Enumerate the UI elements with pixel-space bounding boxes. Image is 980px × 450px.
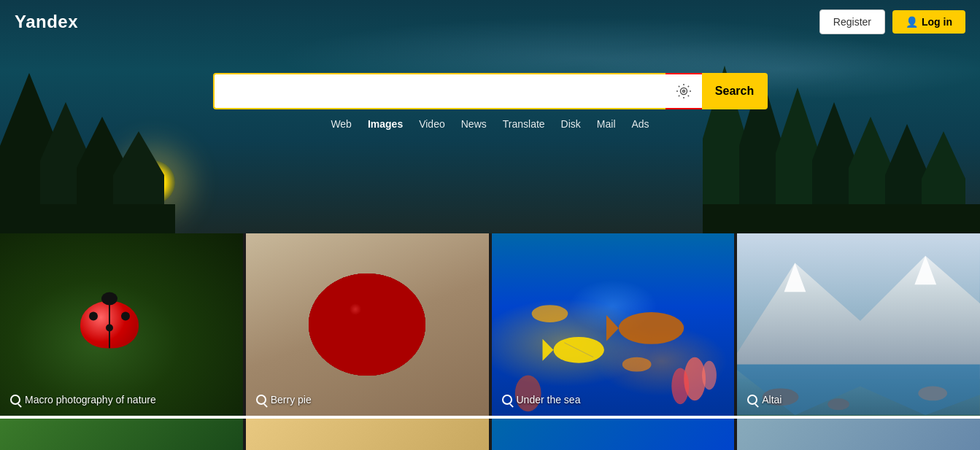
nav-web[interactable]: Web — [331, 118, 352, 130]
nav-news[interactable]: News — [461, 118, 487, 130]
grid-label-text-altai: Altai — [762, 394, 782, 406]
search-mini-icon-sea — [502, 395, 512, 405]
header-buttons: Register Log in — [819, 9, 965, 34]
ladybug-decoration — [80, 301, 139, 349]
search-button[interactable]: Search — [702, 73, 768, 109]
svg-point-34 — [827, 398, 849, 410]
grid-bottom-item-3[interactable] — [492, 419, 735, 450]
login-label: Log in — [922, 16, 952, 28]
svg-point-21 — [622, 357, 651, 372]
fish-decoration — [492, 233, 735, 416]
nav-mail[interactable]: Mail — [597, 118, 616, 130]
search-area: Search Web Images Video News Translate D… — [213, 73, 768, 130]
grid-label-sea: Under the sea — [502, 394, 581, 406]
svg-point-13 — [680, 88, 687, 95]
grid-label-text-sea: Under the sea — [517, 394, 581, 406]
camera-icon — [675, 82, 692, 100]
grid-label-ladybug: Macro photography of nature — [10, 394, 156, 406]
nav-disk[interactable]: Disk — [561, 118, 581, 130]
svg-point-18 — [618, 312, 683, 344]
grid-label-pie: Berry pie — [256, 394, 312, 406]
grid-label-text-pie: Berry pie — [271, 394, 312, 406]
camera-search-button[interactable] — [665, 73, 702, 109]
search-input[interactable] — [213, 73, 665, 109]
grid-bottom-item-2[interactable] — [246, 419, 489, 450]
person-icon — [906, 16, 917, 28]
svg-point-24 — [702, 361, 717, 390]
ladybug-image — [0, 233, 243, 416]
svg-point-14 — [682, 90, 684, 93]
grid-label-altai: Altai — [747, 394, 782, 406]
header: Yandex Register Log in — [0, 0, 980, 44]
image-grid-bottom — [0, 419, 980, 450]
search-mini-icon-altai — [747, 395, 757, 405]
nav-ads[interactable]: Ads — [632, 118, 649, 130]
login-button[interactable]: Log in — [892, 10, 965, 34]
register-button[interactable]: Register — [819, 9, 885, 34]
svg-rect-12 — [703, 204, 980, 233]
grid-label-text-ladybug: Macro photography of nature — [25, 394, 156, 406]
search-mini-icon-pie — [256, 395, 266, 405]
image-grid: Macro photography of nature Berry pie — [0, 233, 980, 416]
grid-item-altai[interactable]: Altai — [737, 233, 980, 416]
grid-bottom-item-1[interactable] — [0, 419, 243, 450]
svg-marker-4 — [0, 204, 175, 233]
trees-left-decoration — [0, 73, 204, 233]
nav-images[interactable]: Images — [368, 118, 403, 130]
search-nav: Web Images Video News Translate Disk Mai… — [331, 118, 649, 130]
nav-translate[interactable]: Translate — [503, 118, 545, 130]
grid-item-sea[interactable]: Under the sea — [492, 233, 735, 416]
grid-bottom-item-4[interactable] — [737, 419, 980, 450]
altai-image — [737, 233, 980, 416]
svg-point-20 — [531, 305, 568, 322]
grid-item-ladybug[interactable]: Macro photography of nature — [0, 233, 243, 416]
pie-decoration — [309, 274, 425, 376]
svg-marker-16 — [542, 339, 553, 361]
svg-point-23 — [671, 368, 689, 405]
svg-point-33 — [919, 386, 948, 400]
search-bar: Search — [213, 73, 768, 109]
grid-item-pie[interactable]: Berry pie — [246, 233, 489, 416]
svg-marker-19 — [606, 315, 618, 341]
search-mini-icon — [10, 395, 20, 405]
logo: Yandex — [15, 12, 78, 32]
pie-image — [246, 233, 489, 416]
mountain-decoration — [737, 233, 980, 416]
nav-video[interactable]: Video — [419, 118, 445, 130]
sea-image — [492, 233, 735, 416]
